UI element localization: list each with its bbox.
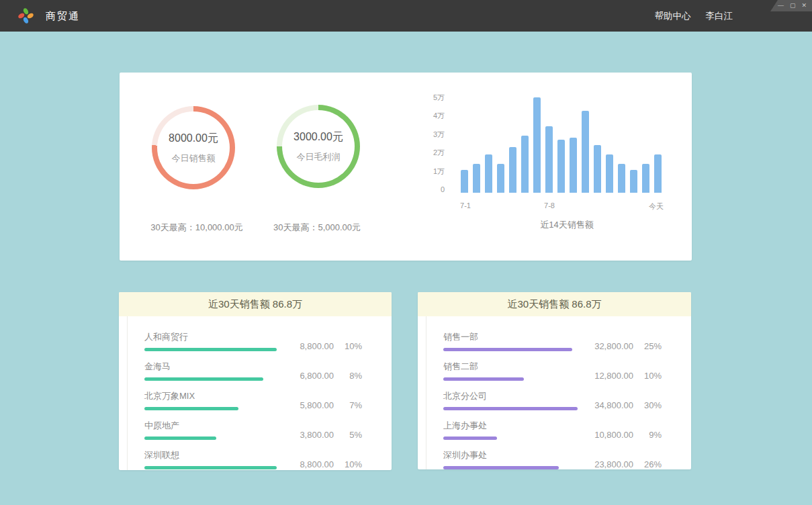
user-name[interactable]: 李白江: [706, 10, 733, 22]
today-profit-donut: 3000.00元 今日毛利润: [277, 105, 360, 188]
ranking-item-name: 深圳办事处: [443, 449, 559, 461]
sales-bar: [533, 97, 541, 193]
ranking-item-bar: [443, 377, 524, 381]
sales-bar-chart: [461, 97, 662, 193]
ranking-item-amount: 6,800.00: [284, 371, 334, 381]
ranking-item-amount: 23,800.00: [584, 459, 633, 469]
ranking-item-bar: [144, 348, 277, 351]
ranking-item-name: 北京万象MIX: [144, 390, 238, 402]
customer-ranking-title: 近30天销售额 86.8万: [208, 298, 302, 311]
ranking-item-percent: 5%: [334, 430, 362, 440]
sales-bar: [557, 140, 565, 193]
window-maximize-button[interactable]: ▢: [790, 3, 796, 9]
ranking-item-amount: 8,800.00: [284, 341, 334, 351]
profit-30day-max-caption: 30天最高：5,000.00元: [273, 222, 361, 234]
ranking-item-percent: 7%: [334, 400, 362, 410]
sales-bar: [473, 164, 480, 193]
y-axis-tick: 0: [388, 185, 445, 194]
ranking-item-bar: [443, 466, 559, 469]
ranking-row-left: 深圳联想: [144, 449, 277, 469]
window-minimize-button[interactable]: —: [778, 3, 784, 9]
ranking-item-name: 人和商贸行: [144, 331, 277, 343]
bar-chart-title: 近14天销售额: [540, 219, 593, 231]
ranking-item-name: 上海办事处: [443, 420, 497, 432]
ranking-row-values: 5,800.007%: [284, 400, 362, 410]
ranking-item-bar: [144, 377, 263, 381]
vertical-divider: [426, 316, 426, 469]
ranking-row: 北京分公司34,800.0030%: [443, 390, 662, 410]
title-bar-right: 帮助中心 李白江: [655, 0, 733, 32]
today-sales-donut: 8000.00元 今日销售额: [152, 106, 235, 189]
customer-ranking-header: 近30天销售额 86.8万: [119, 292, 392, 316]
x-axis-tick: 今天: [649, 201, 664, 212]
customer-ranking-card: 近30天销售额 86.8万 人和商贸行8,800.0010%金海马6,800.0…: [119, 292, 392, 470]
department-ranking-title: 近30天销售额 86.8万: [507, 298, 601, 311]
ranking-item-bar: [144, 466, 277, 469]
ranking-item-amount: 8,800.00: [284, 459, 334, 469]
sales-bar: [485, 154, 492, 193]
ranking-row-left: 北京万象MIX: [144, 390, 238, 410]
today-sales-label: 今日销售额: [172, 152, 216, 165]
ranking-row: 上海办事处10,800.009%: [443, 420, 662, 440]
department-ranking-card: 近30天销售额 86.8万 销售一部32,800.0025%销售二部12,800…: [418, 292, 691, 469]
ranking-row: 北京万象MIX5,800.007%: [144, 390, 362, 410]
ranking-row-values: 10,800.009%: [584, 430, 662, 440]
sales-bar: [461, 170, 468, 193]
ranking-item-bar: [443, 437, 497, 440]
ranking-item-percent: 25%: [633, 341, 662, 351]
window-close-button[interactable]: ✕: [801, 3, 807, 9]
sales-bar: [606, 154, 613, 193]
ranking-row-values: 23,800.0026%: [584, 459, 662, 469]
ranking-item-bar: [443, 348, 572, 351]
vertical-divider: [127, 316, 128, 470]
ranking-item-name: 中原地产: [144, 420, 216, 432]
overview-card: 8000.00元 今日销售额 3000.00元 今日毛利润 30天最高：10,0…: [120, 73, 692, 261]
ranking-row: 深圳办事处23,800.0026%: [443, 449, 662, 469]
ranking-item-amount: 32,800.00: [584, 341, 633, 351]
ranking-row-left: 上海办事处: [443, 420, 497, 440]
x-axis-tick: 7-1: [460, 201, 471, 210]
ranking-row: 金海马6,800.008%: [144, 361, 362, 381]
today-profit-label: 今日毛利润: [297, 151, 341, 163]
ranking-row: 销售一部32,800.0025%: [443, 331, 662, 351]
ranking-item-bar: [144, 437, 216, 440]
sales-bar: [618, 164, 625, 193]
ranking-item-name: 深圳联想: [144, 449, 277, 461]
ranking-item-name: 销售一部: [443, 331, 572, 343]
ranking-item-amount: 3,800.00: [284, 430, 334, 440]
customer-ranking-body: 人和商贸行8,800.0010%金海马6,800.008%北京万象MIX5,80…: [119, 316, 392, 470]
sales-bar: [642, 164, 649, 193]
sales-bar: [582, 111, 589, 193]
app-title: 商贸通: [46, 0, 80, 32]
y-axis-tick: 1万: [388, 167, 445, 176]
help-center-link[interactable]: 帮助中心: [655, 10, 691, 22]
department-ranking-list: 销售一部32,800.0025%销售二部12,800.0010%北京分公司34,…: [418, 316, 691, 469]
ranking-row-left: 中原地产: [144, 420, 216, 440]
sales-bar: [654, 154, 662, 193]
ranking-row-values: 32,800.0025%: [584, 341, 662, 351]
ranking-row: 中原地产3,800.005%: [144, 420, 362, 440]
ranking-item-name: 金海马: [144, 361, 263, 373]
y-axis-tick: 4万: [388, 111, 445, 120]
y-axis-tick: 5万: [388, 93, 445, 102]
y-axis-tick: 3万: [388, 130, 445, 139]
ranking-row-values: 3,800.005%: [284, 430, 362, 440]
ranking-item-percent: 10%: [334, 459, 362, 469]
ranking-item-amount: 5,800.00: [284, 400, 334, 410]
ranking-row-values: 12,800.0010%: [584, 371, 662, 381]
sales-bar: [630, 170, 637, 193]
ranking-item-percent: 9%: [633, 430, 662, 440]
y-axis-tick: 2万: [388, 148, 445, 157]
ranking-item-amount: 10,800.00: [584, 430, 633, 440]
department-ranking-body: 销售一部32,800.0025%销售二部12,800.0010%北京分公司34,…: [418, 316, 691, 469]
customer-ranking-list: 人和商贸行8,800.0010%金海马6,800.008%北京万象MIX5,80…: [119, 316, 392, 469]
title-bar: 商贸通 帮助中心 李白江 — ▢ ✕: [0, 0, 812, 32]
ranking-item-percent: 30%: [633, 400, 662, 410]
sales-bar: [545, 126, 553, 193]
ranking-row-left: 深圳办事处: [443, 449, 559, 469]
ranking-row: 深圳联想8,800.0010%: [144, 449, 362, 469]
ranking-row: 人和商贸行8,800.0010%: [144, 331, 362, 351]
today-sales-value: 8000.00元: [169, 132, 218, 146]
ranking-row-left: 人和商贸行: [144, 331, 277, 351]
x-axis-tick: 7-8: [544, 201, 555, 210]
